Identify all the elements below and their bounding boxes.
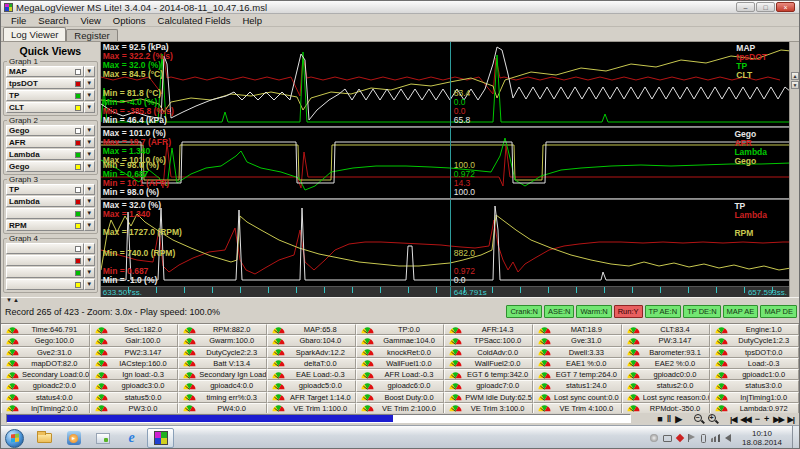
rewind-button[interactable]: ◀◀: [740, 414, 750, 425]
gauge-mapdot[interactable]: mapDOT:82.0: [1, 358, 90, 369]
gauge-mat[interactable]: MAT:18.9: [533, 324, 622, 335]
field-combo[interactable]: Lambda: [6, 149, 84, 160]
gauge-load[interactable]: Load:-0.3: [710, 358, 799, 369]
taskbar-media-player-button[interactable]: ▸: [60, 428, 87, 448]
network-signal-icon[interactable]: [711, 434, 720, 442]
gauge-pw[interactable]: PW:3.147: [622, 335, 711, 346]
gauge-status3[interactable]: status3:0.0: [710, 380, 799, 391]
gauge-pwm-idle-duty[interactable]: PWM Idle Duty:62.5: [444, 392, 533, 403]
gauge-gpioadc7[interactable]: gpioadc7:0.0: [444, 380, 533, 391]
stop-button[interactable]: ■: [657, 414, 662, 425]
gauge-dutycycle1[interactable]: DutyCycle1:2.3: [710, 335, 799, 346]
gauge-pw2[interactable]: PW2:3.147: [90, 347, 179, 358]
chevron-down-icon[interactable]: ▼: [84, 90, 95, 101]
play-button[interactable]: ▶: [675, 414, 682, 425]
device-icon[interactable]: [701, 434, 706, 443]
gauge-timing-err-[interactable]: timing err%:0.3: [178, 392, 267, 403]
action-center-flag-icon[interactable]: [688, 434, 696, 442]
alert-icon[interactable]: [676, 434, 684, 442]
gauge-dutycycle2[interactable]: DutyCycle2:2.3: [178, 347, 267, 358]
menu-options[interactable]: Options: [107, 15, 152, 26]
gauge-sparkadv[interactable]: SparkAdv:12.2: [267, 347, 356, 358]
field-combo[interactable]: [6, 267, 84, 278]
fast-forward-button[interactable]: ▶▶: [773, 414, 783, 425]
chevron-down-icon[interactable]: ▼: [84, 137, 95, 148]
gauge-gammae[interactable]: Gammae:104.0: [356, 335, 445, 346]
taskbar-explorer-button[interactable]: [31, 428, 58, 448]
gauge-gpioadc1[interactable]: gpioadc1:0.0: [710, 369, 799, 380]
gauge-gpioadc6[interactable]: gpioadc6:0.0: [356, 380, 445, 391]
close-button[interactable]: ×: [776, 2, 795, 12]
chevron-down-icon[interactable]: ▼: [84, 279, 95, 290]
gauge-ign-load[interactable]: Ign load:-0.3: [90, 369, 179, 380]
collapse-arrows-icon[interactable]: ▼▲: [6, 297, 20, 303]
gauge-wallfuel1[interactable]: WallFuel1:0.0: [356, 358, 445, 369]
playback-progress[interactable]: [6, 414, 631, 423]
field-combo[interactable]: [6, 279, 84, 290]
gauge-iacstep[interactable]: IACstep:160.0: [90, 358, 179, 369]
tab-log-viewer[interactable]: Log Viewer: [3, 27, 66, 41]
graph-2-cursor-line[interactable]: [450, 128, 451, 198]
gauge-lost-sync-reason[interactable]: Lost sync reason:0.0: [622, 392, 711, 403]
field-combo[interactable]: TP: [6, 184, 84, 195]
chevron-down-icon[interactable]: ▼: [84, 66, 95, 77]
gauge-coldadv[interactable]: ColdAdv:0.0: [444, 347, 533, 358]
field-combo[interactable]: CLT: [6, 102, 84, 113]
update-icon[interactable]: [650, 434, 658, 442]
gauge-eae2-[interactable]: EAE2 %:0.0: [622, 358, 711, 369]
field-combo[interactable]: [6, 255, 84, 266]
gauge-gwarm[interactable]: Gwarm:100.0: [178, 335, 267, 346]
volume-icon[interactable]: [725, 434, 731, 442]
timeline[interactable]: 633.507ss. 646.791s 657.593ss.: [101, 286, 789, 297]
gauge-secl[interactable]: SecL:182.0: [90, 324, 179, 335]
minimize-button[interactable]: –: [736, 2, 755, 12]
gauge-barometer[interactable]: Barometer:93.1: [622, 347, 711, 358]
graph-3[interactable]: Max = 32.0 (%)Max = 1.340 Max = 1727.0 (…: [101, 200, 789, 286]
gauge-wallfuel2[interactable]: WallFuel2:0.0: [444, 358, 533, 369]
gauge-status1[interactable]: status1:24.0: [533, 380, 622, 391]
chevron-down-icon[interactable]: ▼: [84, 255, 95, 266]
gauge-tp[interactable]: TP:0.0: [356, 324, 445, 335]
gauge-afr-target-1[interactable]: AFR Target 1:14.0: [267, 392, 356, 403]
plus-button[interactable]: +: [764, 414, 769, 425]
field-combo[interactable]: TP: [6, 90, 84, 101]
menu-calculated-fields[interactable]: Calculated Fields: [152, 15, 237, 26]
pause-button[interactable]: ‖: [667, 414, 671, 425]
taskbar-mail-button[interactable]: [89, 428, 116, 448]
gauge-gpioadc5[interactable]: gpioadc5:0.0: [267, 380, 356, 391]
gauge-egt-7-temp[interactable]: EGT 7 temp:264.0: [533, 369, 622, 380]
chevron-down-icon[interactable]: ▼: [84, 161, 95, 172]
field-combo[interactable]: [6, 208, 84, 219]
chevron-down-icon[interactable]: ▼: [84, 149, 95, 160]
chevron-down-icon[interactable]: ▼: [84, 220, 95, 231]
gauge-gpioadc0[interactable]: gpioadc0:0.0: [622, 369, 711, 380]
skip-end-button[interactable]: ▶|: [788, 414, 794, 425]
menu-view[interactable]: View: [74, 15, 106, 26]
scroll-down-icon[interactable]: ▼: [791, 81, 799, 89]
taskbar-ie-button[interactable]: e: [118, 428, 145, 448]
chart-area[interactable]: Max = 92.5 (kPa)Max = 322.2 (%/s)Max = 3…: [101, 42, 789, 297]
gauge-gbaro[interactable]: Gbaro:104.0: [267, 335, 356, 346]
gauge-engine[interactable]: Engine:1.0: [710, 324, 799, 335]
field-combo[interactable]: tpsDOT: [6, 78, 84, 89]
chevron-down-icon[interactable]: ▼: [84, 243, 95, 254]
gauge-tpsdot[interactable]: tpsDOT:0.0: [710, 347, 799, 358]
start-button[interactable]: [5, 429, 24, 448]
field-combo[interactable]: Gego: [6, 125, 84, 136]
gauge-secondary-ign-load[interactable]: Secondary Ign Load:0.0: [178, 369, 267, 380]
gauge-gpioadc4[interactable]: gpioadc4:0.0: [178, 380, 267, 391]
scroll-up-icon[interactable]: ▲: [791, 72, 799, 80]
gauge-lost-sync-count[interactable]: Lost sync count:0.0: [533, 392, 622, 403]
gauge-gve2[interactable]: Gve2:31.0: [1, 347, 90, 358]
gauge-gpioadc2[interactable]: gpioadc2:0.0: [1, 380, 90, 391]
gauge-gpioadc3[interactable]: gpioadc3:0.0: [90, 380, 179, 391]
field-combo[interactable]: MAP: [6, 66, 84, 77]
network-pc-icon[interactable]: [663, 435, 672, 442]
field-combo[interactable]: AFR: [6, 137, 84, 148]
graph-2[interactable]: Max = 101.0 (%)Max = 19.7 (AFR)Max = 1.3…: [101, 128, 789, 198]
chevron-down-icon[interactable]: ▼: [84, 184, 95, 195]
zoom-out-button[interactable]: −: [694, 414, 704, 424]
chevron-down-icon[interactable]: ▼: [84, 267, 95, 278]
chevron-down-icon[interactable]: ▼: [84, 102, 95, 113]
gauge-deltat[interactable]: deltaT:0.0: [267, 358, 356, 369]
